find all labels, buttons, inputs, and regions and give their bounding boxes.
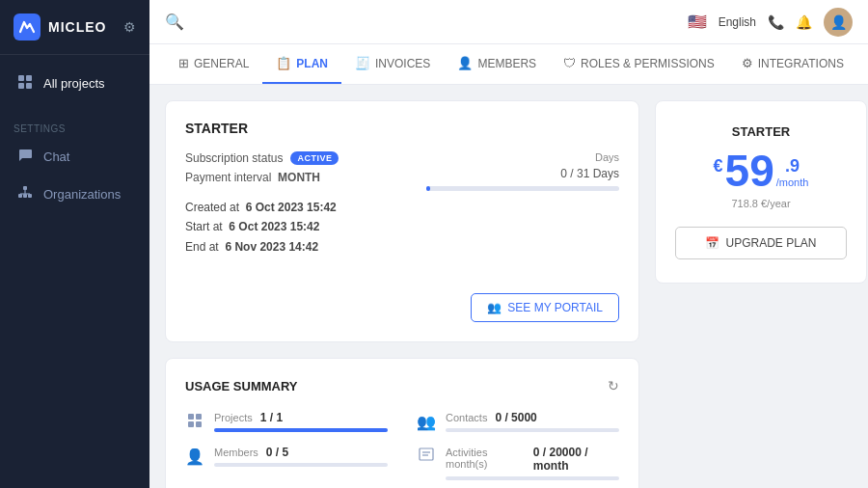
days-value: 0 / 31 Days [407, 167, 619, 180]
tab-label: PLAN [296, 57, 328, 70]
search-icon[interactable]: 🔍 [165, 13, 184, 31]
usage-item-projects: Projects 1 / 1 [185, 411, 388, 432]
upgrade-btn-label: UPGRADE PLAN [725, 236, 816, 250]
phone-icon[interactable]: 📞 [768, 14, 784, 30]
end-value: 6 Nov 2023 14:42 [225, 240, 318, 254]
portail-icon: 👥 [487, 301, 502, 314]
usage-grid: Projects 1 / 1 👥 [185, 411, 619, 488]
tab-general[interactable]: ⊞ GENERAL [165, 44, 262, 84]
starter-title: STARTER [185, 121, 619, 136]
flag-icon: 🇺🇸 [688, 13, 707, 31]
upgrade-icon: 📅 [705, 236, 719, 250]
chat-icon [16, 148, 34, 166]
topbar: 🔍 🇺🇸 English 📞 🔔 👤 [149, 0, 868, 44]
tab-label: INTEGRATIONS [758, 57, 844, 70]
usage-projects-bar [214, 428, 388, 432]
settings-label: Settings [0, 112, 149, 138]
sidebar-item-chat[interactable]: Chat [0, 138, 149, 176]
upgrade-plan-button[interactable]: 📅 UPGRADE PLAN [675, 227, 847, 259]
tab-plan[interactable]: 📋 PLAN [262, 44, 341, 84]
usage-title: USAGE SUMMARY [185, 379, 298, 393]
tab-projects[interactable]: 📁 PROJECTS [857, 44, 868, 84]
created-at: Created at 6 Oct 2023 15:42 [185, 198, 339, 217]
sidebar-nav: All projects [0, 55, 149, 112]
usage-card: USAGE SUMMARY ↻ [165, 358, 639, 488]
svg-rect-0 [18, 75, 24, 81]
tab-integrations[interactable]: ⚙ INTEGRATIONS [728, 44, 857, 84]
usage-projects-icon [185, 413, 204, 432]
organizations-icon [16, 185, 34, 203]
svg-rect-2 [18, 83, 24, 89]
sidebar-item-all-projects[interactable]: All projects [0, 65, 149, 102]
tabs-bar: ⊞ GENERAL 📋 PLAN 🧾 INVOICES 👤 MEMBERS 🛡 … [149, 44, 868, 85]
user-avatar[interactable]: 👤 [824, 8, 853, 37]
price-number: 59 [725, 149, 774, 193]
usage-contacts-label: Contacts [446, 412, 487, 423]
logo-icon [14, 14, 41, 41]
price-period: /month [776, 176, 809, 188]
usage-contacts-bar [446, 428, 619, 432]
start-label: Start at [185, 220, 223, 233]
page-content: STARTER Subscription status ACTIVE Payme… [149, 85, 868, 488]
language-label: English [719, 15, 756, 29]
usage-members-bar [214, 463, 388, 467]
svg-rect-11 [196, 414, 202, 420]
svg-rect-3 [26, 83, 32, 89]
tab-label: ROLES & PERMISSIONS [581, 57, 715, 70]
svg-rect-10 [188, 414, 194, 420]
price-card-title: STARTER [675, 124, 847, 139]
active-badge: ACTIVE [290, 151, 339, 165]
created-value: 6 Oct 2023 15:42 [246, 201, 337, 214]
sidebar-item-organizations[interactable]: Organizations [0, 176, 149, 213]
created-label: Created at [185, 201, 239, 214]
gear-icon[interactable]: ⚙ [123, 19, 136, 35]
members-tab-icon: 👤 [457, 56, 473, 70]
bell-icon[interactable]: 🔔 [796, 14, 812, 30]
usage-item-contacts: 👥 Contacts 0 / 5000 [417, 411, 619, 432]
usage-item-members: 👤 Members 0 / 5 [185, 446, 388, 480]
subscription-label: Subscription status [185, 151, 283, 165]
svg-rect-7 [28, 194, 32, 198]
plan-tab-icon: 📋 [276, 56, 291, 70]
price-currency: € [714, 156, 723, 176]
usage-projects-value: 1 / 1 [260, 411, 283, 424]
end-at: End at 6 Nov 2023 14:42 [185, 237, 339, 257]
see-portail-button[interactable]: 👥 SEE MY PORTAIL [471, 293, 619, 322]
usage-members-icon: 👤 [185, 447, 204, 466]
tab-members[interactable]: 👤 MEMBERS [444, 44, 550, 84]
tab-label: MEMBERS [477, 57, 536, 70]
days-label: Days [407, 151, 619, 163]
price-main: € 59 .9 /month [675, 149, 847, 194]
usage-contacts-value: 0 / 5000 [495, 411, 536, 424]
tab-label: INVOICES [375, 57, 430, 70]
tab-roles[interactable]: 🛡 ROLES & PERMISSIONS [550, 44, 728, 84]
price-yearly: 718.8 €/year [675, 198, 847, 209]
refresh-icon[interactable]: ↻ [608, 378, 619, 393]
svg-rect-4 [23, 186, 27, 190]
tab-invoices[interactable]: 🧾 INVOICES [341, 44, 444, 84]
usage-members-label: Members [214, 447, 258, 458]
svg-rect-6 [23, 194, 27, 198]
payment-value: MONTH [278, 171, 320, 184]
usage-activities-value: 0 / 20000 / month [533, 446, 619, 473]
tab-label: GENERAL [194, 57, 249, 70]
usage-activities-icon [417, 447, 436, 467]
usage-activities-label: Activities month(s) [446, 447, 526, 470]
general-tab-icon: ⊞ [178, 56, 189, 70]
starter-card: STARTER Subscription status ACTIVE Payme… [165, 100, 639, 342]
roles-tab-icon: 🛡 [563, 56, 576, 70]
usage-activities-bar [446, 476, 619, 480]
svg-rect-14 [420, 448, 433, 460]
invoices-tab-icon: 🧾 [355, 56, 370, 70]
start-value: 6 Oct 2023 15:42 [229, 220, 319, 233]
price-card: STARTER € 59 .9 /month 718.8 €/year 📅 UP… [655, 100, 867, 284]
payment-label: Payment interval [185, 171, 271, 184]
sidebar: MICLEO ⚙ All projects Settings Chat [0, 0, 149, 488]
svg-rect-12 [188, 421, 194, 427]
topbar-actions: 🇺🇸 English 📞 🔔 👤 [688, 8, 853, 37]
portail-btn-label: SEE MY PORTAIL [507, 301, 603, 314]
svg-rect-5 [18, 194, 22, 198]
svg-rect-1 [26, 75, 32, 81]
sidebar-item-label: All projects [43, 76, 105, 91]
end-label: End at [185, 240, 219, 254]
